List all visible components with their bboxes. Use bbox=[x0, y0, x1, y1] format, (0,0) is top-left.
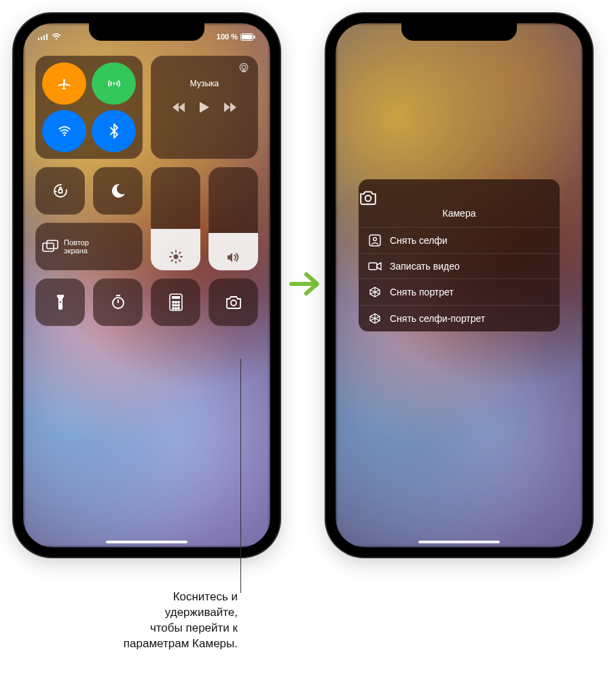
iphone-right: Камера Снять селфи Записать видео bbox=[326, 14, 592, 557]
cellular-icon bbox=[107, 76, 122, 91]
svg-rect-0 bbox=[38, 38, 39, 40]
callout-line2: удерживайте, bbox=[165, 606, 238, 619]
svg-rect-30 bbox=[172, 296, 180, 299]
screen-right: Камера Снять селфи Записать видео bbox=[336, 23, 583, 547]
svg-line-22 bbox=[171, 260, 173, 261]
battery-text: 100 % bbox=[217, 33, 238, 41]
svg-rect-24 bbox=[47, 240, 58, 249]
svg-point-32 bbox=[175, 302, 177, 304]
svg-rect-1 bbox=[41, 37, 42, 40]
camera-icon bbox=[225, 295, 242, 309]
svg-point-40 bbox=[231, 300, 236, 306]
callout-text: Коснитесь и удерживайте, чтобы перейти к… bbox=[14, 590, 238, 652]
notch bbox=[401, 23, 517, 41]
portrait-icon bbox=[368, 312, 382, 325]
portrait-icon bbox=[368, 286, 382, 298]
signal-icon bbox=[38, 33, 49, 40]
svg-point-39 bbox=[177, 308, 179, 310]
now-playing-platter[interactable]: Музыка bbox=[151, 56, 258, 159]
calculator-button[interactable] bbox=[151, 278, 200, 326]
camera-action-video[interactable]: Записать видео bbox=[359, 253, 560, 278]
wifi-status-icon bbox=[52, 33, 61, 40]
timer-icon bbox=[110, 294, 126, 310]
svg-point-14 bbox=[173, 255, 178, 259]
status-left bbox=[38, 33, 61, 40]
media-controls bbox=[173, 102, 236, 113]
camera-action-label: Записать видео bbox=[390, 261, 460, 272]
airplane-mode-toggle[interactable] bbox=[42, 62, 86, 105]
bluetooth-icon bbox=[107, 124, 121, 139]
notch bbox=[89, 23, 204, 41]
selfie-icon bbox=[368, 234, 382, 247]
airplane-icon bbox=[57, 76, 72, 91]
callout-line1: Коснитесь и bbox=[173, 590, 238, 603]
camera-action-label: Снять селфи-портрет bbox=[390, 313, 485, 324]
svg-point-36 bbox=[177, 304, 179, 306]
moon-icon bbox=[110, 183, 126, 199]
svg-rect-23 bbox=[43, 243, 54, 251]
camera-quick-actions-menu: Камера Снять селфи Записать видео bbox=[359, 179, 560, 331]
brightness-slider[interactable] bbox=[151, 167, 200, 270]
next-track-button[interactable] bbox=[224, 103, 236, 112]
cellular-data-toggle[interactable] bbox=[92, 62, 136, 105]
wifi-icon bbox=[57, 124, 72, 139]
camera-icon bbox=[359, 190, 560, 205]
svg-point-25 bbox=[59, 302, 61, 304]
orientation-lock-icon bbox=[52, 182, 69, 200]
callout-line4: параметрам Камеры. bbox=[124, 637, 238, 650]
now-playing-title: Музыка bbox=[190, 79, 219, 88]
svg-point-37 bbox=[172, 308, 174, 310]
callout-line3: чтобы перейти к bbox=[150, 621, 238, 634]
transition-arrow-icon bbox=[289, 270, 321, 297]
svg-point-33 bbox=[177, 302, 179, 304]
svg-point-38 bbox=[175, 308, 177, 310]
bluetooth-toggle[interactable] bbox=[92, 110, 136, 152]
flashlight-icon bbox=[55, 293, 66, 311]
svg-rect-6 bbox=[242, 35, 252, 39]
svg-line-19 bbox=[171, 253, 173, 254]
svg-rect-3 bbox=[46, 34, 48, 40]
screen-mirroring-button[interactable]: Повтор экрана bbox=[35, 223, 143, 270]
svg-point-4 bbox=[56, 38, 57, 39]
svg-rect-7 bbox=[254, 35, 255, 39]
camera-action-label: Снять селфи bbox=[390, 235, 448, 246]
screen-mirroring-label: Повтор экрана bbox=[64, 238, 89, 255]
callout-leader bbox=[240, 359, 241, 593]
screen-left: 100 % bbox=[23, 23, 270, 547]
home-indicator[interactable] bbox=[106, 541, 187, 543]
svg-rect-45 bbox=[369, 263, 377, 270]
play-button[interactable] bbox=[200, 102, 209, 113]
camera-action-selfie-portrait[interactable]: Снять селфи-портрет bbox=[359, 305, 560, 331]
svg-point-12 bbox=[54, 185, 67, 197]
svg-line-21 bbox=[179, 253, 181, 254]
calculator-icon bbox=[169, 293, 183, 311]
svg-point-34 bbox=[172, 304, 174, 306]
control-center: Музыка bbox=[35, 56, 258, 326]
brightness-icon bbox=[169, 250, 183, 264]
camera-action-portrait[interactable]: Снять портрет bbox=[359, 278, 560, 305]
volume-slider[interactable] bbox=[209, 167, 258, 270]
volume-icon bbox=[226, 251, 241, 264]
svg-point-35 bbox=[175, 304, 177, 306]
flashlight-button[interactable] bbox=[35, 278, 85, 326]
previous-track-button[interactable] bbox=[173, 103, 185, 112]
timer-button[interactable] bbox=[93, 278, 143, 326]
svg-point-8 bbox=[113, 83, 115, 85]
camera-button[interactable] bbox=[209, 278, 258, 326]
orientation-lock-toggle[interactable] bbox=[35, 167, 85, 215]
svg-point-11 bbox=[242, 65, 246, 69]
status-right: 100 % bbox=[217, 33, 255, 41]
wifi-toggle[interactable] bbox=[42, 110, 86, 152]
connectivity-group[interactable] bbox=[35, 56, 143, 159]
home-indicator[interactable] bbox=[418, 541, 500, 543]
camera-menu-title: Камера bbox=[443, 208, 476, 219]
airplay-icon[interactable] bbox=[238, 62, 250, 73]
svg-point-44 bbox=[374, 238, 377, 241]
svg-point-9 bbox=[63, 134, 65, 137]
camera-action-selfie[interactable]: Снять селфи bbox=[359, 227, 560, 253]
svg-rect-13 bbox=[58, 189, 62, 193]
screen-mirroring-icon bbox=[42, 240, 58, 253]
camera-menu-header[interactable]: Камера bbox=[359, 179, 560, 227]
svg-point-42 bbox=[365, 196, 372, 202]
do-not-disturb-toggle[interactable] bbox=[93, 167, 143, 215]
